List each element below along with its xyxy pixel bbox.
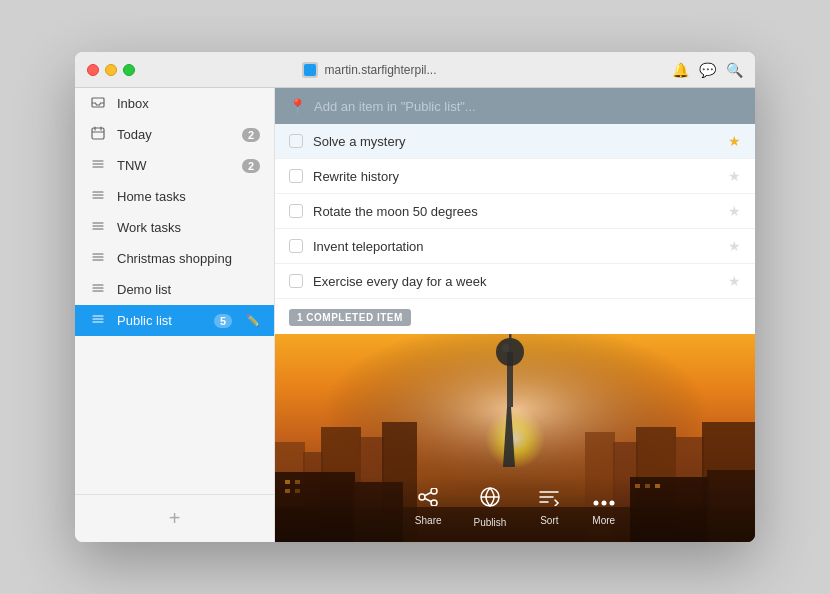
task-star-2[interactable]: ★ bbox=[728, 203, 741, 219]
task-checkbox-1[interactable] bbox=[289, 169, 303, 183]
titlebar-actions: 🔔 💬 🔍 bbox=[672, 62, 743, 78]
sort-button[interactable]: Sort bbox=[538, 488, 560, 526]
sidebar-item-today[interactable]: Today 2 bbox=[75, 119, 274, 150]
public-list-icon bbox=[89, 312, 107, 329]
tasks-list: Solve a mystery ★ Rewrite history ★ Rota… bbox=[275, 124, 755, 299]
sidebar-today-label: Today bbox=[117, 127, 232, 142]
svg-point-33 bbox=[431, 500, 437, 506]
task-checkbox-4[interactable] bbox=[289, 274, 303, 288]
window-title-text: martin.starfighterpil... bbox=[324, 63, 436, 77]
task-label-0: Solve a mystery bbox=[313, 134, 718, 149]
main-panel: 📍 Solve a mystery ★ Rewrite history ★ Ro bbox=[275, 88, 755, 542]
svg-point-35 bbox=[593, 501, 598, 506]
work-tasks-icon bbox=[89, 219, 107, 236]
sidebar-item-christmas-shopping[interactable]: Christmas shopping bbox=[75, 243, 274, 274]
publish-button[interactable]: Publish bbox=[474, 486, 507, 528]
sidebar-demo-list-label: Demo list bbox=[117, 282, 260, 297]
add-list-button[interactable]: + bbox=[89, 507, 260, 530]
svg-rect-0 bbox=[304, 64, 316, 76]
sidebar-home-tasks-label: Home tasks bbox=[117, 189, 260, 204]
sidebar-bottom: + bbox=[75, 494, 274, 542]
window-title: martin.starfighterpil... bbox=[147, 62, 592, 78]
background-image-area: Share Publish Sort bbox=[275, 334, 755, 542]
location-icon: 📍 bbox=[289, 98, 306, 114]
sidebar-public-list-label: Public list bbox=[117, 313, 204, 328]
task-item-4[interactable]: Exercise every day for a week ★ bbox=[275, 264, 755, 299]
svg-point-31 bbox=[419, 494, 425, 500]
bell-icon[interactable]: 🔔 bbox=[672, 62, 689, 78]
maximize-button[interactable] bbox=[123, 64, 135, 76]
task-item-3[interactable]: Invent teleportation ★ bbox=[275, 229, 755, 264]
sidebar-work-tasks-label: Work tasks bbox=[117, 220, 260, 235]
sort-label: Sort bbox=[540, 515, 558, 526]
tnw-badge: 2 bbox=[242, 159, 260, 173]
sort-icon bbox=[538, 488, 560, 511]
sidebar-christmas-shopping-label: Christmas shopping bbox=[117, 251, 260, 266]
share-button[interactable]: Share bbox=[415, 488, 442, 526]
edit-icon[interactable]: ✏️ bbox=[246, 314, 260, 327]
bg-gradient: Share Publish Sort bbox=[275, 334, 755, 542]
svg-rect-18 bbox=[509, 334, 512, 352]
sidebar-item-demo-list[interactable]: Demo list bbox=[75, 274, 274, 305]
today-badge: 2 bbox=[242, 128, 260, 142]
task-label-1: Rewrite history bbox=[313, 169, 718, 184]
publish-label: Publish bbox=[474, 517, 507, 528]
home-tasks-icon bbox=[89, 188, 107, 205]
sidebar: Inbox Today 2 TNW 2 Home tasks bbox=[75, 88, 275, 542]
more-button[interactable]: More bbox=[592, 488, 615, 526]
publish-icon bbox=[479, 486, 501, 513]
tnw-icon bbox=[89, 157, 107, 174]
today-icon bbox=[89, 126, 107, 143]
task-checkbox-3[interactable] bbox=[289, 239, 303, 253]
task-label-3: Invent teleportation bbox=[313, 239, 718, 254]
task-star-3[interactable]: ★ bbox=[728, 238, 741, 254]
sidebar-item-inbox[interactable]: Inbox bbox=[75, 88, 274, 119]
app-icon bbox=[302, 62, 318, 78]
svg-rect-2 bbox=[92, 128, 104, 139]
add-item-bar: 📍 bbox=[275, 88, 755, 124]
task-item[interactable]: Solve a mystery ★ bbox=[275, 124, 755, 159]
completed-bar: 1 COMPLETED ITEM bbox=[275, 299, 755, 334]
task-item-1[interactable]: Rewrite history ★ bbox=[275, 159, 755, 194]
task-star-0[interactable]: ★ bbox=[728, 133, 741, 149]
app-window: martin.starfighterpil... 🔔 💬 🔍 Inbox Tod… bbox=[75, 52, 755, 542]
sidebar-item-public-list[interactable]: Public list 5 ✏️ bbox=[75, 305, 274, 336]
christmas-shopping-icon bbox=[89, 250, 107, 267]
task-star-1[interactable]: ★ bbox=[728, 168, 741, 184]
sidebar-tnw-label: TNW bbox=[117, 158, 232, 173]
sidebar-item-work-tasks[interactable]: Work tasks bbox=[75, 212, 274, 243]
close-button[interactable] bbox=[87, 64, 99, 76]
share-icon bbox=[417, 488, 439, 511]
titlebar: martin.starfighterpil... 🔔 💬 🔍 bbox=[75, 52, 755, 88]
task-star-4[interactable]: ★ bbox=[728, 273, 741, 289]
minimize-button[interactable] bbox=[105, 64, 117, 76]
svg-point-17 bbox=[502, 344, 510, 352]
more-label: More bbox=[592, 515, 615, 526]
public-list-badge: 5 bbox=[214, 314, 232, 328]
svg-point-36 bbox=[601, 501, 606, 506]
main-content: Inbox Today 2 TNW 2 Home tasks bbox=[75, 88, 755, 542]
completed-badge[interactable]: 1 COMPLETED ITEM bbox=[289, 309, 411, 326]
svg-point-37 bbox=[609, 501, 614, 506]
task-label-4: Exercise every day for a week bbox=[313, 274, 718, 289]
task-checkbox-2[interactable] bbox=[289, 204, 303, 218]
more-icon bbox=[593, 488, 615, 511]
task-label-2: Rotate the moon 50 degrees bbox=[313, 204, 718, 219]
demo-list-icon bbox=[89, 281, 107, 298]
task-checkbox-0[interactable] bbox=[289, 134, 303, 148]
svg-point-32 bbox=[431, 488, 437, 494]
sidebar-inbox-label: Inbox bbox=[117, 96, 260, 111]
sidebar-item-tnw[interactable]: TNW 2 bbox=[75, 150, 274, 181]
inbox-icon bbox=[89, 95, 107, 112]
search-icon[interactable]: 🔍 bbox=[726, 62, 743, 78]
bubble-icon[interactable]: 💬 bbox=[699, 62, 716, 78]
add-item-input[interactable] bbox=[314, 99, 741, 114]
share-label: Share bbox=[415, 515, 442, 526]
traffic-lights bbox=[87, 64, 135, 76]
bottom-toolbar: Share Publish Sort bbox=[275, 476, 755, 542]
task-item-2[interactable]: Rotate the moon 50 degrees ★ bbox=[275, 194, 755, 229]
sidebar-item-home-tasks[interactable]: Home tasks bbox=[75, 181, 274, 212]
